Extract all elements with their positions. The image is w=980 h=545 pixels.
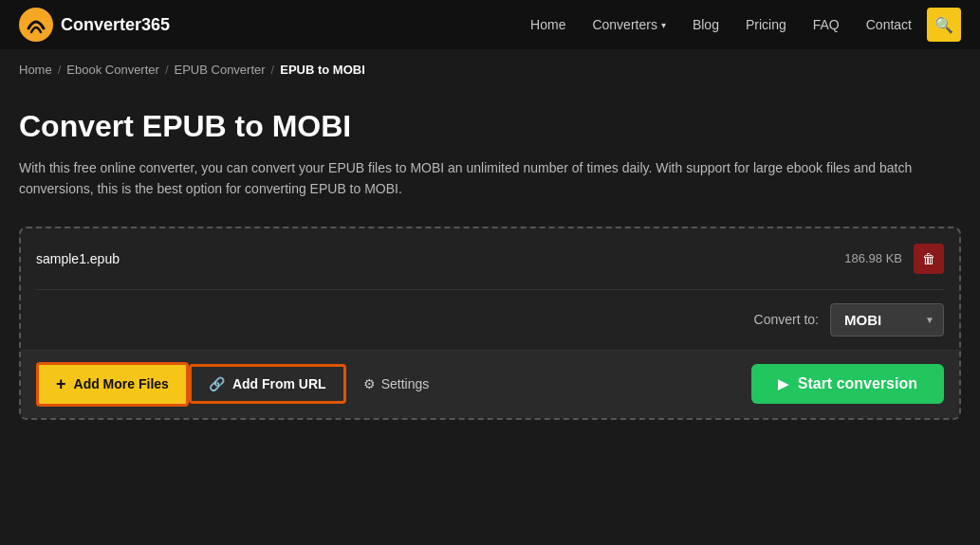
add-more-files-button[interactable]: + Add More Files [36, 362, 189, 407]
trash-icon: 🗑 [922, 251, 935, 266]
logo[interactable]: Converter365 [19, 8, 170, 42]
play-icon: ▶ [778, 376, 788, 391]
page-description: With this free online converter, you can… [19, 157, 949, 200]
format-select-wrapper: MOBI AZW3 PDF DOCX TXT [830, 303, 944, 336]
gear-icon: ⚙ [363, 376, 376, 391]
navbar: Converter365 Home Converters ▾ Blog Pric… [0, 0, 980, 49]
search-icon: 🔍 [934, 16, 953, 34]
breadcrumb-sep-3: / [271, 63, 275, 77]
plus-icon: + [56, 374, 66, 394]
file-size: 186.98 KB [844, 251, 902, 265]
page-title: Convert EPUB to MOBI [19, 109, 961, 144]
nav-converters[interactable]: Converters ▾ [592, 17, 665, 32]
nav-links: Home Converters ▾ Blog Pricing FAQ Conta… [530, 16, 912, 33]
file-info: 186.98 KB 🗑 [844, 244, 944, 274]
convert-to-label: Convert to: [754, 312, 819, 327]
convert-to-row: Convert to: MOBI AZW3 PDF DOCX TXT [21, 290, 959, 350]
nav-contact[interactable]: Contact [866, 17, 912, 32]
breadcrumb-sep-1: / [58, 63, 62, 77]
breadcrumb-home[interactable]: Home [19, 63, 52, 77]
breadcrumb-current: EPUB to MOBI [280, 63, 365, 77]
start-conversion-button[interactable]: ▶ Start conversion [751, 364, 944, 404]
format-select[interactable]: MOBI AZW3 PDF DOCX TXT [830, 303, 944, 336]
nav-home[interactable]: Home [530, 17, 565, 32]
table-row: sample1.epub 186.98 KB 🗑 [36, 228, 944, 290]
breadcrumb-epub[interactable]: EPUB Converter [175, 63, 266, 77]
breadcrumb-ebook[interactable]: Ebook Converter [66, 63, 159, 77]
nav-faq[interactable]: FAQ [813, 17, 840, 32]
converters-chevron-icon: ▾ [661, 20, 666, 30]
main-content: Convert EPUB to MOBI With this free onli… [0, 90, 980, 439]
nav-blog[interactable]: Blog [693, 17, 719, 32]
delete-file-button[interactable]: 🗑 [914, 244, 944, 274]
breadcrumb: Home / Ebook Converter / EPUB Converter … [0, 49, 980, 90]
file-name: sample1.epub [36, 251, 120, 266]
logo-text: Converter365 [61, 15, 170, 35]
converter-box: sample1.epub 186.98 KB 🗑 Convert to: MOB… [19, 227, 961, 420]
file-list: sample1.epub 186.98 KB 🗑 [21, 228, 959, 290]
breadcrumb-sep-2: / [165, 63, 169, 77]
search-button[interactable]: 🔍 [927, 8, 961, 42]
add-from-url-button[interactable]: 🔗 Add From URL [189, 364, 346, 404]
svg-point-0 [19, 8, 53, 42]
bottom-bar: + Add More Files 🔗 Add From URL ⚙ Settin… [21, 350, 959, 418]
link-icon: 🔗 [209, 376, 225, 391]
settings-button[interactable]: ⚙ Settings [346, 367, 447, 401]
nav-pricing[interactable]: Pricing [746, 17, 786, 32]
